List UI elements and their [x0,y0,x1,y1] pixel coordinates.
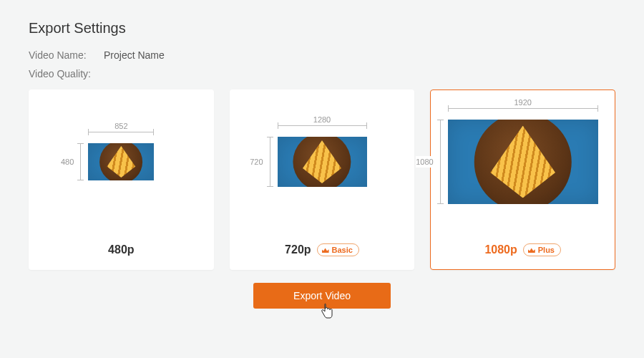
width-value: 1920 [509,98,535,107]
quality-option-1080p[interactable]: 1920 1080 1080p Plus [430,90,615,270]
width-dimension: 852 [88,126,154,140]
width-value: 852 [110,122,132,130]
crown-icon [528,247,535,253]
crown-icon [322,247,329,253]
resolution-label: 480p [108,243,134,256]
video-quality-label: Video Quality: [29,68,104,79]
quality-option-480p[interactable]: 852 480 480p [29,90,214,270]
width-dimension: 1280 [278,120,367,134]
preview-thumbnail [278,137,367,187]
badge-text: Basic [332,245,353,255]
height-value: 720 [250,156,263,168]
quality-option-720p[interactable]: 1280 720 720p Basic [230,90,415,270]
height-dimension: 480 [64,143,85,180]
width-dimension: 1920 [448,102,598,117]
height-value: 480 [61,156,74,168]
video-name-row: Video Name: Project Name [29,49,615,61]
resolution-label: 720p [285,243,311,256]
height-value: 1080 [416,156,433,168]
quality-options: 852 480 480p 1280 720 [29,90,615,270]
plan-badge-plus: Plus [523,243,561,256]
video-name-label: Video Name: [29,49,104,61]
height-dimension: 720 [253,137,275,187]
video-quality-row: Video Quality: [29,68,615,79]
preview-thumbnail [88,143,154,180]
height-dimension: 1080 [424,120,445,204]
video-name-value[interactable]: Project Name [104,49,165,61]
width-value: 1280 [309,115,335,124]
resolution-label: 1080p [484,243,517,256]
page-title: Export Settings [29,20,615,37]
plan-badge-basic: Basic [317,243,359,256]
preview-thumbnail [448,120,598,204]
badge-text: Plus [538,245,555,255]
export-video-button[interactable]: Export Video [253,283,391,309]
